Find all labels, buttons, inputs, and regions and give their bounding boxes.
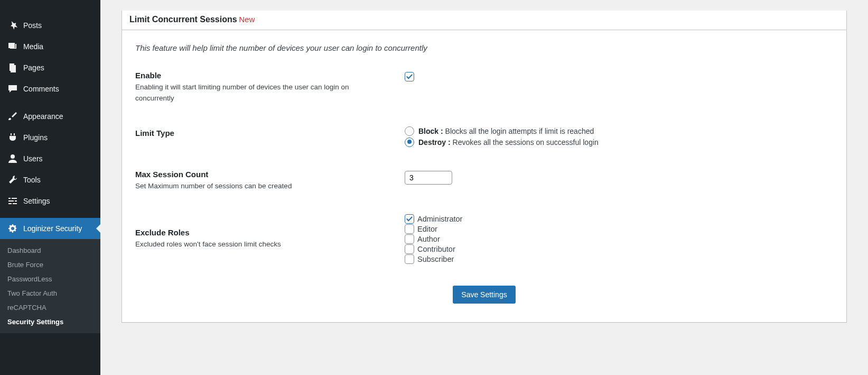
sidebar-item-plugins[interactable]: Plugins bbox=[0, 127, 100, 148]
panel-body: This feature will help limit the number … bbox=[122, 30, 846, 322]
role-author-checkbox[interactable] bbox=[405, 234, 414, 244]
enable-checkbox[interactable] bbox=[405, 72, 414, 81]
radio-destroy[interactable]: Destroy : Revokes all the sessions on su… bbox=[405, 138, 833, 147]
sidebar-item-pages[interactable]: Pages bbox=[0, 57, 100, 78]
enable-label: Enable bbox=[135, 71, 389, 80]
sidebar-item-tools[interactable]: Tools bbox=[0, 169, 100, 190]
role-contributor[interactable]: Contributor bbox=[405, 244, 833, 254]
settings-panel: Limit Concurrent Sessions New This featu… bbox=[122, 11, 847, 323]
save-settings-button[interactable]: Save Settings bbox=[453, 286, 515, 304]
pin-icon bbox=[7, 20, 18, 31]
svg-point-1 bbox=[11, 154, 15, 159]
row-exclude-roles: Exclude Roles Excluded roles won't face … bbox=[135, 213, 833, 264]
pages-icon bbox=[7, 62, 18, 73]
exclude-roles-label: Exclude Roles bbox=[135, 228, 389, 237]
sidebar-item-label: Users bbox=[23, 154, 43, 163]
gear-icon bbox=[7, 223, 18, 234]
wrench-icon bbox=[7, 175, 18, 185]
enable-desc: Enabling it will start limiting number o… bbox=[135, 82, 389, 104]
sidebar-item-media[interactable]: Media bbox=[0, 36, 100, 57]
sidebar-submenu: Dashboard Brute Force PasswordLess Two F… bbox=[0, 239, 100, 333]
plug-icon bbox=[7, 132, 18, 143]
sidebar-item-users[interactable]: Users bbox=[0, 148, 100, 169]
save-wrap: Save Settings bbox=[135, 286, 833, 304]
brush-icon bbox=[7, 111, 18, 122]
radio-block-input[interactable] bbox=[405, 126, 414, 136]
radio-block[interactable]: Block : Blocks all the login attempts if… bbox=[405, 126, 833, 136]
sidebar-item-label: Pages bbox=[23, 63, 44, 72]
sidebar-item-label: Tools bbox=[23, 176, 41, 184]
sidebar-item-label: Settings bbox=[23, 197, 50, 205]
role-subscriber-checkbox[interactable] bbox=[405, 254, 414, 264]
row-enable: Enable Enabling it will start limiting n… bbox=[135, 71, 833, 104]
role-administrator[interactable]: Administrator bbox=[405, 214, 833, 224]
submenu-passwordless[interactable]: PasswordLess bbox=[0, 272, 100, 286]
max-count-label: Max Session Count bbox=[135, 170, 389, 179]
submenu-recaptcha[interactable]: reCAPTCHA bbox=[0, 300, 100, 315]
limit-type-label: Limit Type bbox=[135, 129, 389, 138]
role-administrator-checkbox[interactable] bbox=[405, 214, 414, 224]
sidebar-item-label: Appearance bbox=[23, 112, 63, 121]
row-limit-type: Limit Type Block : Blocks all the login … bbox=[135, 125, 833, 149]
role-author[interactable]: Author bbox=[405, 234, 833, 244]
submenu-security-settings[interactable]: Security Settings bbox=[0, 315, 100, 329]
panel-description: This feature will help limit the number … bbox=[135, 43, 833, 52]
sidebar-item-comments[interactable]: Comments bbox=[0, 78, 100, 99]
role-subscriber[interactable]: Subscriber bbox=[405, 254, 833, 264]
main-content: Limit Concurrent Sessions New This featu… bbox=[100, 0, 868, 375]
sidebar-item-loginizer[interactable]: Loginizer Security bbox=[0, 218, 100, 239]
panel-new-tag: New bbox=[239, 15, 255, 24]
max-count-desc: Set Maximum number of sessions can be cr… bbox=[135, 181, 389, 192]
sidebar-item-label: Media bbox=[23, 42, 43, 51]
sidebar-item-label: Loginizer Security bbox=[23, 224, 82, 233]
submenu-twofactor[interactable]: Two Factor Auth bbox=[0, 286, 100, 300]
role-contributor-checkbox[interactable] bbox=[405, 244, 414, 254]
sidebar-item-label: Comments bbox=[23, 85, 59, 93]
sidebar-item-appearance[interactable]: Appearance bbox=[0, 106, 100, 127]
sidebar-item-posts[interactable]: Posts bbox=[0, 15, 100, 36]
submenu-bruteforce[interactable]: Brute Force bbox=[0, 258, 100, 272]
media-icon bbox=[7, 41, 18, 52]
sidebar-item-label: Posts bbox=[23, 21, 42, 30]
comment-icon bbox=[7, 84, 18, 94]
admin-sidebar: Posts Media Pages Comments Appearance Pl… bbox=[0, 0, 100, 375]
user-icon bbox=[7, 153, 18, 164]
row-max-count: Max Session Count Set Maximum number of … bbox=[135, 170, 833, 192]
role-editor[interactable]: Editor bbox=[405, 224, 833, 234]
sidebar-item-settings[interactable]: Settings bbox=[0, 190, 100, 212]
exclude-roles-desc: Excluded roles won't face session limit … bbox=[135, 239, 389, 250]
panel-header: Limit Concurrent Sessions New bbox=[122, 11, 846, 30]
max-count-input[interactable] bbox=[405, 171, 452, 185]
submenu-dashboard[interactable]: Dashboard bbox=[0, 243, 100, 258]
sidebar-item-label: Plugins bbox=[23, 133, 48, 142]
sliders-icon bbox=[7, 196, 18, 206]
svg-point-0 bbox=[13, 44, 14, 45]
panel-title: Limit Concurrent Sessions bbox=[129, 15, 237, 24]
radio-destroy-input[interactable] bbox=[405, 138, 414, 147]
role-editor-checkbox[interactable] bbox=[405, 224, 414, 234]
